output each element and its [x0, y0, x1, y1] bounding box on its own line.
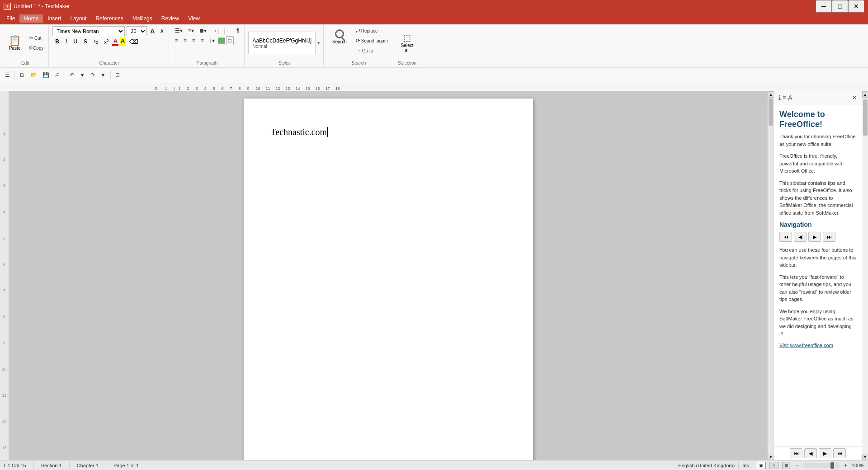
cut-button[interactable]: ✂ Cut [27, 33, 46, 42]
print-button[interactable]: 🖨 [52, 70, 62, 80]
copy-icon: ⎘ [29, 45, 32, 51]
zoom-minus-button[interactable]: － [795, 462, 800, 469]
indent-increase-button[interactable]: →| [210, 26, 221, 35]
nav-last-button[interactable]: ⏭ [823, 232, 835, 242]
visit-link[interactable]: Visit www.freeoffice.com [779, 343, 833, 348]
left-margin: 1 2 3 4 5 6 7 8 9 10 11 12 13 14 15 16 [0, 91, 9, 460]
nav-next-button[interactable]: ▶ [808, 232, 821, 242]
sidebar-bottom-first[interactable]: ⏮ [790, 448, 802, 458]
paste-button[interactable]: 📋 Paste [5, 33, 25, 53]
sidebar-scroll-up[interactable]: ▲ [862, 91, 868, 98]
goto-button[interactable]: → Go to [354, 46, 390, 55]
ruler-mark: 15 [306, 86, 310, 91]
align-center-button[interactable]: ≡ [181, 36, 189, 45]
redo-button[interactable]: ↷ [88, 70, 97, 80]
master-view-button[interactable]: ⊞ [782, 462, 791, 469]
border-button[interactable]: □ [226, 36, 234, 45]
page-content[interactable]: Technastic.com [271, 126, 506, 138]
line-num-14: 13 [2, 446, 6, 450]
show-formatting-button[interactable]: ¶ [234, 26, 241, 35]
ordered-list-button[interactable]: ≡▾ [186, 26, 196, 35]
minimize-button[interactable]: ─ [816, 0, 832, 13]
ruler-mark: 1 [178, 86, 180, 91]
sidebar-scroll-thumb[interactable] [863, 99, 868, 136]
nav-first-button[interactable]: ⏮ [779, 232, 792, 242]
normal-view-button[interactable]: ▣ [757, 462, 766, 469]
sidebar-close-button[interactable]: ✕ [851, 93, 858, 102]
ruler-mark: 3 [195, 86, 198, 91]
open-button[interactable]: 📂 [28, 70, 39, 80]
sidebar-bottom-prev[interactable]: ◀ [804, 448, 817, 458]
scroll-down-button[interactable]: ▼ [768, 454, 774, 460]
scroll-thumb[interactable] [769, 99, 773, 126]
menu-view[interactable]: View [184, 14, 204, 23]
menu-insert[interactable]: Insert [43, 14, 66, 23]
undo-dropdown[interactable]: ▼ [77, 70, 87, 80]
increase-font-button[interactable]: A [148, 26, 157, 36]
line-spacing-button[interactable]: ↕▾ [207, 36, 217, 45]
zoom-plus-button[interactable]: ＋ [843, 462, 848, 469]
outline-list-button[interactable]: ≣▾ [197, 26, 209, 35]
menu-layout[interactable]: Layout [66, 14, 91, 23]
maximize-button[interactable]: □ [832, 0, 848, 13]
redo-dropdown[interactable]: ▼ [98, 70, 108, 80]
replace-button[interactable]: ⇄ Replace [354, 26, 390, 35]
clear-format-button[interactable]: ⌫ [127, 37, 141, 46]
search-button[interactable]: Search [327, 26, 352, 47]
zoom-slider-thumb[interactable] [830, 462, 834, 469]
menu-review[interactable]: Review [157, 14, 184, 23]
copy-button[interactable]: ⎘ Copy [27, 43, 46, 52]
underline-button[interactable]: U [71, 38, 80, 46]
line-num-9: 8 [3, 315, 5, 319]
align-justify-button[interactable]: ≡ [198, 36, 206, 45]
unordered-list-button[interactable]: ☰▾ [173, 26, 185, 35]
sidebar-bottom-next[interactable]: ▶ [819, 448, 831, 458]
font-size-select[interactable]: 20 89101112 1416182024 2832364872 [127, 26, 147, 36]
sidebar-scrollbar[interactable]: ▲ ▼ [862, 91, 868, 460]
sidebar-font-button[interactable]: A [787, 93, 793, 102]
superscript-button[interactable]: x2 [102, 38, 112, 46]
sidebar-info-button[interactable]: ℹ [778, 93, 782, 102]
status-bar: L 1 Col 15 Section 1 Chapter 1 Page 1 of… [0, 460, 868, 470]
close-button[interactable]: ✕ [848, 0, 864, 13]
decrease-font-button[interactable]: A [158, 28, 165, 35]
zoom-fit-button[interactable]: ⊡ [113, 70, 122, 80]
sidebar-toggle-button[interactable]: ☰ [3, 70, 12, 80]
scroll-up-button[interactable]: ▲ [768, 91, 774, 98]
italic-button[interactable]: I [63, 38, 70, 46]
search-again-button[interactable]: ⟳ Search again [354, 36, 390, 45]
document-text: Technastic.com [271, 127, 327, 137]
menu-mailings[interactable]: Mailings [128, 14, 157, 23]
outline-view-button[interactable]: ≡ [769, 462, 778, 469]
subscript-button[interactable]: x2 [91, 38, 101, 46]
indent-decrease-button[interactable]: |← [222, 26, 233, 35]
ruler-mark: 16 [316, 86, 320, 91]
align-left-button[interactable]: ≡ [173, 36, 180, 45]
zoom-slider-track[interactable] [803, 463, 840, 468]
menu-file[interactable]: File [2, 14, 19, 23]
document-area[interactable]: Technastic.com [9, 91, 767, 460]
align-right-button[interactable]: ≡ [190, 36, 198, 45]
save-button[interactable]: 💾 [40, 70, 52, 80]
cursor-position: L 1 Col 15 [4, 463, 26, 468]
font-family-select[interactable]: Times New Roman Arial Calibri [52, 26, 125, 36]
styles-dropdown[interactable]: AaBbCcDdEeFfGgHhIiJj Normal ▼ [248, 32, 321, 54]
nav-prev-button[interactable]: ◀ [794, 232, 807, 242]
sidebar-bottom-last[interactable]: ⏭ [833, 448, 846, 458]
select-all-button[interactable]: ⬚ Select all [397, 31, 418, 55]
ruler-mark: -1 [164, 86, 167, 91]
menu-home[interactable]: Home [19, 14, 43, 23]
sidebar-scroll-down[interactable]: ▼ [862, 454, 868, 460]
navigation-buttons: ⏮ ◀ ▶ ⏭ [779, 232, 856, 242]
sidebar-menu-button[interactable]: ≡ [782, 93, 787, 102]
undo-button[interactable]: ↶ [67, 70, 76, 80]
strikethrough-button[interactable]: S [81, 38, 90, 46]
sidebar-p2: FreeOffice is free, friendly, powerful a… [779, 152, 856, 175]
document-scrollbar[interactable]: ▲ ▼ [767, 91, 774, 460]
menu-references[interactable]: References [91, 14, 127, 23]
select-all-label: Select all [401, 43, 414, 53]
shading-button[interactable] [218, 38, 225, 44]
language-info: English (United Kingdom) [678, 463, 735, 468]
new-doc-button[interactable]: 🗋 [17, 70, 27, 80]
bold-button[interactable]: B [52, 38, 62, 46]
